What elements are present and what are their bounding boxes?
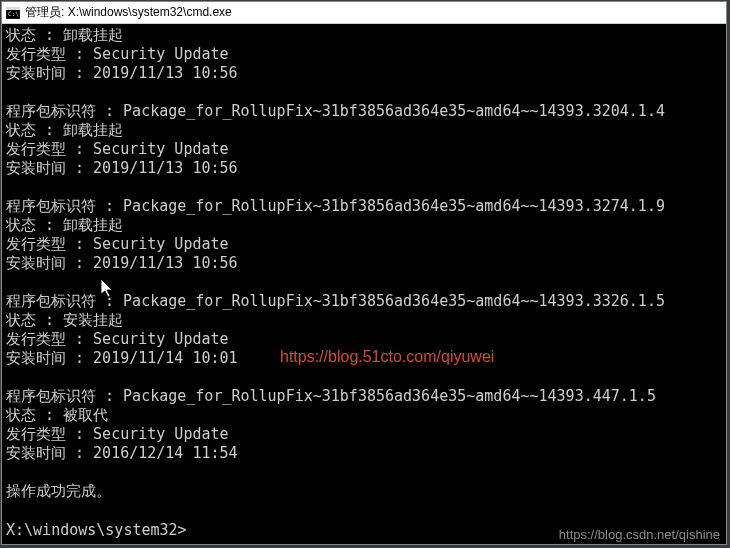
svg-text:C:\: C:\: [8, 10, 19, 17]
cmd-icon: C:\: [6, 7, 20, 19]
terminal-line: 安装时间 : 2019/11/13 10:56: [6, 254, 722, 273]
terminal-line: 安装时间 : 2019/11/13 10:56: [6, 64, 722, 83]
terminal-output[interactable]: 状态 : 卸载挂起发行类型 : Security Update安装时间 : 20…: [2, 24, 726, 542]
terminal-line: 程序包标识符 : Package_for_RollupFix~31bf3856a…: [6, 102, 722, 121]
titlebar-text: 管理员: X:\windows\system32\cmd.exe: [25, 4, 232, 21]
terminal-line: 状态 : 卸载挂起: [6, 216, 722, 235]
terminal-line: 程序包标识符 : Package_for_RollupFix~31bf3856a…: [6, 387, 722, 406]
terminal-line: 发行类型 : Security Update: [6, 330, 722, 349]
terminal-line: 状态 : 安装挂起: [6, 311, 722, 330]
command-prompt: X:\windows\system32>: [6, 521, 187, 539]
terminal-line: 安装时间 : 2019/11/13 10:56: [6, 159, 722, 178]
terminal-line: [6, 83, 722, 102]
terminal-line: 安装时间 : 2019/11/14 10:01: [6, 349, 722, 368]
terminal-line: [6, 273, 722, 292]
terminal-line: 状态 : 卸载挂起: [6, 121, 722, 140]
cmd-window: C:\ 管理员: X:\windows\system32\cmd.exe 状态 …: [1, 1, 727, 545]
terminal-line: [6, 178, 722, 197]
terminal-line: 状态 : 卸载挂起: [6, 26, 722, 45]
terminal-line: [6, 501, 722, 520]
terminal-line: [6, 463, 722, 482]
terminal-line: 发行类型 : Security Update: [6, 45, 722, 64]
cursor: [187, 520, 195, 535]
terminal-line: 操作成功完成。: [6, 482, 722, 501]
terminal-line: 状态 : 被取代: [6, 406, 722, 425]
terminal-line: 程序包标识符 : Package_for_RollupFix~31bf3856a…: [6, 292, 722, 311]
terminal-line: 程序包标识符 : Package_for_RollupFix~31bf3856a…: [6, 197, 722, 216]
terminal-line: 安装时间 : 2016/12/14 11:54: [6, 444, 722, 463]
terminal-line: [6, 368, 722, 387]
terminal-line: 发行类型 : Security Update: [6, 235, 722, 254]
terminal-line: 发行类型 : Security Update: [6, 425, 722, 444]
titlebar[interactable]: C:\ 管理员: X:\windows\system32\cmd.exe: [2, 2, 726, 24]
terminal-line: 发行类型 : Security Update: [6, 140, 722, 159]
